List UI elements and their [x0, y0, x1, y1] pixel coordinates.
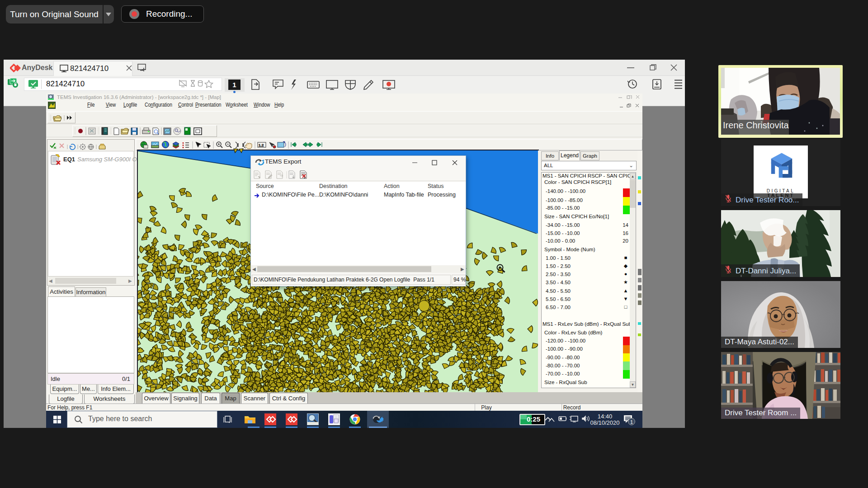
svg-text:1: 1	[630, 419, 633, 425]
svg-text:1.2: 1.2	[259, 143, 264, 147]
